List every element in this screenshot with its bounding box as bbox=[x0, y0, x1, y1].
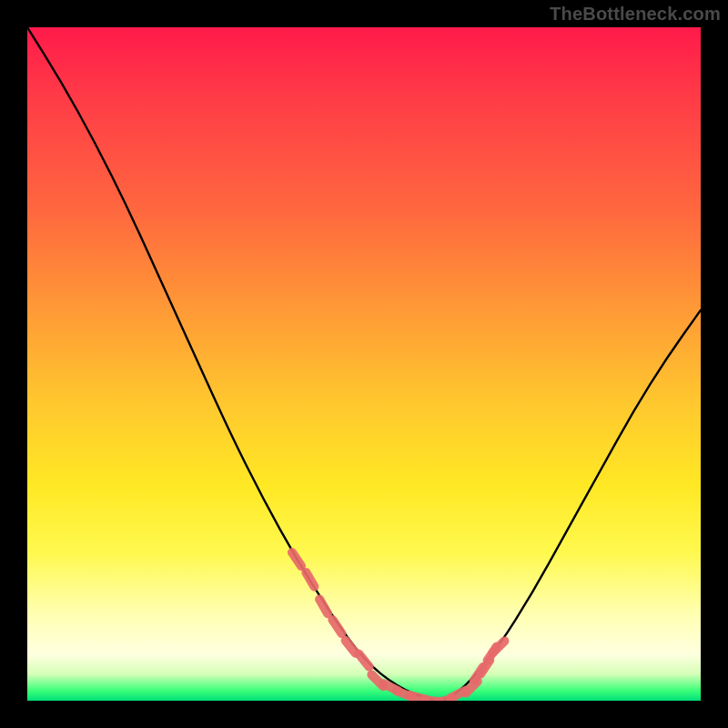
curve-svg bbox=[27, 27, 701, 701]
marker-dash bbox=[332, 620, 341, 633]
bottleneck-curve-path bbox=[27, 27, 701, 701]
marker-dash bbox=[306, 572, 314, 587]
marker-dash bbox=[319, 600, 328, 614]
marker-dash bbox=[292, 552, 301, 566]
marker-dash bbox=[359, 654, 369, 667]
watermark-text: TheBottleneck.com bbox=[550, 4, 721, 25]
marker-band-group bbox=[292, 552, 504, 701]
marker-dash bbox=[346, 641, 356, 653]
chart-frame: TheBottleneck.com bbox=[0, 0, 728, 728]
plot-area bbox=[27, 27, 701, 701]
